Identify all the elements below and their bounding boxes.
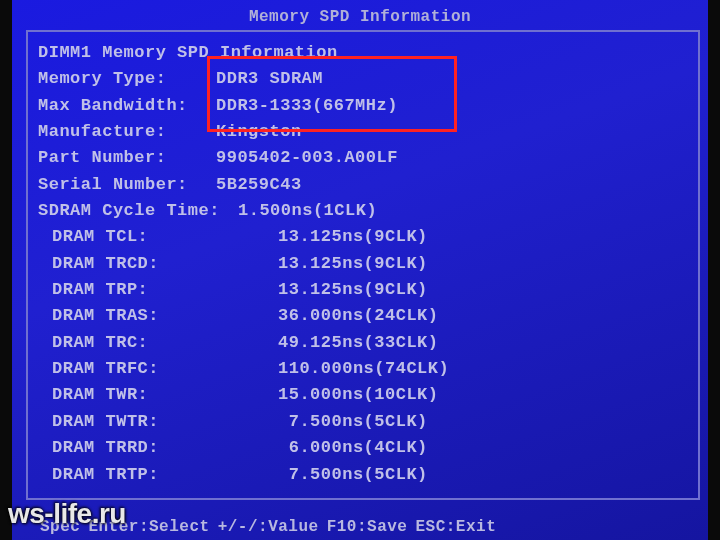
footer-f10: F10:Save [327,518,408,536]
max-bandwidth-label: Max Bandwidth: [38,93,216,119]
timing-label: DRAM TWR: [38,382,278,408]
timing-label: DRAM TRC: [38,330,278,356]
memory-type-row: Memory Type: DDR3 SDRAM [38,66,690,92]
serial-number-value: 5B259C43 [216,172,302,198]
timing-row: DRAM TCL:13.125ns(9CLK) [38,224,690,250]
timing-label: DRAM TRAS: [38,303,278,329]
timing-label: DRAM TRCD: [38,251,278,277]
manufacture-row: Manufacture: Kingston [38,119,690,145]
manufacture-label: Manufacture: [38,119,216,145]
timing-value: 36.000ns(24CLK) [278,303,439,329]
manufacture-value: Kingston [216,119,302,145]
bios-screen: Memory SPD Information DIMM1 Memory SPD … [12,0,708,540]
timing-row: DRAM TRRD: 6.000ns(4CLK) [38,435,690,461]
footer-plusminus: +/-/:Value [218,518,319,536]
timing-value: 15.000ns(10CLK) [278,382,439,408]
max-bandwidth-value: DDR3-1333(667MHz) [216,93,398,119]
timing-row: DRAM TRTP: 7.500ns(5CLK) [38,462,690,488]
timing-label: DRAM TRP: [38,277,278,303]
timing-value: 49.125ns(33CLK) [278,330,439,356]
timing-row: DRAM TWTR: 7.500ns(5CLK) [38,409,690,435]
timing-label: DRAM TRRD: [38,435,278,461]
memory-type-label: Memory Type: [38,66,216,92]
header-title: Memory SPD Information [12,8,708,26]
serial-number-row: Serial Number: 5B259C43 [38,172,690,198]
timing-label: DRAM TWTR: [38,409,278,435]
timing-value: 7.500ns(5CLK) [278,462,428,488]
timing-label: DRAM TCL: [38,224,278,250]
serial-number-label: Serial Number: [38,172,216,198]
part-number-row: Part Number: 9905402-003.A00LF [38,145,690,171]
timing-row: DRAM TRC:49.125ns(33CLK) [38,330,690,356]
timing-value: 7.500ns(5CLK) [278,409,428,435]
spd-info-panel: DIMM1 Memory SPD Information Memory Type… [26,30,700,500]
max-bandwidth-row: Max Bandwidth: DDR3-1333(667MHz) [38,93,690,119]
timing-value: 13.125ns(9CLK) [278,224,428,250]
timing-row: DRAM TRFC:110.000ns(74CLK) [38,356,690,382]
memory-type-value: DDR3 SDRAM [216,66,323,92]
timing-value: 110.000ns(74CLK) [278,356,449,382]
timing-row: DRAM TRAS:36.000ns(24CLK) [38,303,690,329]
timing-row: DRAM TRP:13.125ns(9CLK) [38,277,690,303]
timing-label: DRAM TRFC: [38,356,278,382]
timing-row: DRAM TRCD:13.125ns(9CLK) [38,251,690,277]
timing-value: 13.125ns(9CLK) [278,251,428,277]
timings-list: DRAM TCL:13.125ns(9CLK)DRAM TRCD:13.125n… [38,224,690,487]
footer-hints: Spec Enter:Select +/-/:Value F5:Memory-Z… [40,518,690,536]
timing-value: 13.125ns(9CLK) [278,277,428,303]
watermark: ws-life.ru [8,498,126,530]
sdram-cycle-value: 1.500ns(1CLK) [238,198,377,224]
sdram-cycle-row: SDRAM Cycle Time: 1.500ns(1CLK) [38,198,690,224]
part-number-label: Part Number: [38,145,216,171]
sdram-cycle-label: SDRAM Cycle Time: [38,198,238,224]
panel-title-row: DIMM1 Memory SPD Information [38,40,690,66]
panel-title: DIMM1 Memory SPD Information [38,40,338,66]
part-number-value: 9905402-003.A00LF [216,145,398,171]
footer-esc: ESC:Exit [415,518,496,536]
timing-label: DRAM TRTP: [38,462,278,488]
timing-row: DRAM TWR:15.000ns(10CLK) [38,382,690,408]
timing-value: 6.000ns(4CLK) [278,435,428,461]
